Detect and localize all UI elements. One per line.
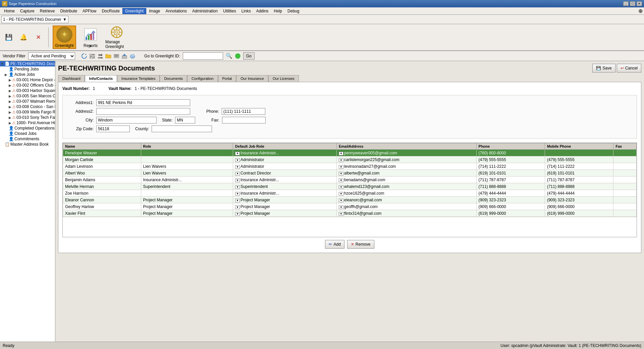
menu-image[interactable]: Image xyxy=(146,8,163,14)
tree-item-03001[interactable]: ▶ ⚠ 03-001 Home Depot - xyxy=(0,77,55,83)
refresh-icon[interactable] xyxy=(80,52,88,60)
table-row[interactable]: Geoffrey HarlowProject Manager▼Project M… xyxy=(63,203,637,210)
dropdown-icon[interactable]: ▼ xyxy=(339,192,343,196)
table-row[interactable]: Albert WooLien Waivers▼Contract Director… xyxy=(63,170,637,177)
cancel-button[interactable]: ↩ Cancel xyxy=(617,64,641,72)
tree-item-03008[interactable]: ▶ ⚠ 03-008 Costco - San M xyxy=(0,104,55,109)
tree-expand-03008[interactable]: ▶ xyxy=(9,105,11,109)
tree-item-03002[interactable]: ▶ ⚠ 03-002 Officers Club - xyxy=(0,83,55,88)
tree-item-1000[interactable]: ▶ ⚠ 1000- First Avenue Hi xyxy=(0,120,55,126)
dropdown-icon[interactable]: ▼ xyxy=(235,152,240,155)
fax-input[interactable] xyxy=(222,117,266,123)
tab-dashboard[interactable]: Dashboard xyxy=(58,75,85,82)
table-row[interactable]: Adam LevinsonLien Waivers▼Administrator▼… xyxy=(63,163,637,170)
tree-item-03005[interactable]: ▶ ⚠ 03-005 San Marcos Ci xyxy=(0,93,55,99)
reports-dropdown-arrow[interactable]: ▼ xyxy=(89,44,92,48)
dropdown-icon[interactable]: ▼ xyxy=(339,165,343,169)
dropdown-icon[interactable]: ▼ xyxy=(339,158,343,162)
menu-docroute[interactable]: DocRoute xyxy=(99,8,122,14)
dropdown-icon[interactable]: ▼ xyxy=(235,205,240,209)
menu-help[interactable]: Help xyxy=(271,8,285,14)
tree-expand-03007[interactable]: ▶ xyxy=(9,100,11,103)
menu-links[interactable]: Links xyxy=(239,8,254,14)
dropdown-icon[interactable]: ▼ xyxy=(235,179,240,182)
export-icon[interactable] xyxy=(121,52,128,60)
tree-expand-03010[interactable]: ▶ xyxy=(9,116,11,119)
minimize-button[interactable]: _ xyxy=(623,1,629,6)
tab-our-insurance[interactable]: Our Insurance xyxy=(236,75,268,82)
manage-greenlight-toolbar-button[interactable]: G Manage Greenlight xyxy=(105,26,128,49)
dropdown-icon[interactable]: ▼ xyxy=(339,199,343,202)
document-selector[interactable]: 1 - PE-TECHWRITING Documer ▼ xyxy=(1,16,68,23)
tree-item-completed[interactable]: 👤 Completed Operations xyxy=(0,126,55,131)
tree-item-commitments[interactable]: 👤 Commitments xyxy=(0,136,55,142)
save-small-button[interactable]: 💾 xyxy=(3,31,15,43)
dropdown-icon[interactable]: ▼ xyxy=(339,172,343,176)
tree-item-active-jobs[interactable]: ▶ 👤 Active Jobs xyxy=(0,72,55,77)
active-pending-select[interactable]: Active and Pending Active Only Pending O… xyxy=(28,52,75,60)
tab-configuration[interactable]: Configuration xyxy=(187,75,218,82)
table-row[interactable]: Morgan Carlisle▼Administrator▼carlislemo… xyxy=(63,156,637,163)
table-row[interactable]: Zoe Harrison▼Insurance Administr...▼hzoe… xyxy=(63,190,637,197)
close-window-button[interactable]: ✕ xyxy=(637,1,642,6)
tab-portal[interactable]: Portal xyxy=(218,75,236,82)
table-row[interactable]: Penelope Weaver▼Insurance Administr...▼p… xyxy=(63,150,637,156)
tab-documents[interactable]: Documents xyxy=(160,75,187,82)
tree-expand-1000[interactable]: ▶ xyxy=(9,121,11,125)
menu-annotations[interactable]: Annotations xyxy=(163,8,190,14)
search-icon[interactable]: 🔍 xyxy=(226,53,232,59)
tree-item-master-address[interactable]: 📋 Master Address Book xyxy=(0,142,55,147)
tree-expand-pe-techwriting[interactable]: ▼ xyxy=(1,62,4,66)
menu-administration[interactable]: Administration xyxy=(190,8,220,14)
tree-item-closed[interactable]: 👤 Closed Jobs xyxy=(0,131,55,136)
menu-greenlight[interactable]: Greenlight xyxy=(122,8,146,14)
menu-apflow[interactable]: APFlow xyxy=(80,8,99,14)
state-input[interactable] xyxy=(175,117,195,123)
cloud-icon[interactable] xyxy=(129,52,136,60)
tree-expand-03001[interactable]: ▶ xyxy=(9,78,11,82)
tree-expand-03002[interactable]: ▶ xyxy=(9,84,11,87)
people-icon[interactable] xyxy=(97,52,104,60)
phone-input[interactable] xyxy=(222,108,265,115)
table-row[interactable]: Xavier FlintProject Manager▼Project Mana… xyxy=(63,210,637,217)
go-button[interactable]: Go xyxy=(243,52,255,60)
table-row[interactable]: Benjamin AdamsInsurance Administr...▼Ins… xyxy=(63,177,637,183)
city-input[interactable] xyxy=(96,117,157,123)
save-button[interactable]: 💾 Save xyxy=(592,64,615,72)
gear-icon[interactable] xyxy=(113,52,120,60)
dropdown-icon[interactable]: ▼ xyxy=(235,185,240,189)
tree-item-03009[interactable]: ▶ ⚠ 03-009 Wells Fargo Re xyxy=(0,109,55,115)
menu-utilities[interactable]: Utilities xyxy=(220,8,239,14)
menu-distribute[interactable]: Distribute xyxy=(57,8,80,14)
dropdown-icon[interactable]: ▼ xyxy=(235,172,240,176)
dropdown-icon[interactable]: ▼ xyxy=(235,212,240,216)
dropdown-icon[interactable]: ▼ xyxy=(235,199,240,202)
table-row[interactable]: Eleanor CannonProject Manager▼Project Ma… xyxy=(63,197,637,203)
tab-insurance-templates[interactable]: Insurance Templates xyxy=(117,75,160,82)
close-small-button[interactable]: ✕ xyxy=(32,31,44,43)
tree-expand-03009[interactable]: ▶ xyxy=(9,110,11,114)
menu-debug[interactable]: Debug xyxy=(285,8,302,14)
address1-input[interactable] xyxy=(96,99,190,106)
county-input[interactable] xyxy=(152,126,212,132)
tree-item-pending-jobs[interactable]: 👤 Pending Jobs xyxy=(0,66,55,72)
tree-expand-active[interactable]: ▶ xyxy=(5,73,8,77)
go-to-input[interactable] xyxy=(183,52,223,60)
address2-input[interactable] xyxy=(96,108,190,115)
tab-our-licenses[interactable]: Our Licenses xyxy=(268,75,299,82)
tree-item-03010[interactable]: ▶ ⚠ 03-010 Sony Tech Fab xyxy=(0,115,55,120)
menu-capture[interactable]: Capture xyxy=(17,8,37,14)
greenlight-toolbar-button[interactable]: Greenlight xyxy=(53,26,76,49)
tree-item-03007[interactable]: ▶ ⚠ 03-007 Walmart Remo xyxy=(0,99,55,104)
remove-button[interactable]: ✕ Remove xyxy=(347,240,374,249)
dropdown-icon[interactable]: ▼ xyxy=(235,192,240,196)
system-icon[interactable]: ⊕ xyxy=(638,8,643,14)
add-button[interactable]: ✏ Add xyxy=(325,240,344,249)
bell-button[interactable]: 🔔 xyxy=(17,31,30,43)
menu-addins[interactable]: Addins xyxy=(254,8,271,14)
menu-home[interactable]: Home xyxy=(1,8,17,14)
tree-expand-03003[interactable]: ▶ xyxy=(9,89,11,93)
tab-info-contacts[interactable]: Info/Contacts xyxy=(85,75,117,82)
dropdown-icon[interactable]: ▼ xyxy=(339,205,343,209)
restore-button[interactable]: □ xyxy=(630,1,635,6)
